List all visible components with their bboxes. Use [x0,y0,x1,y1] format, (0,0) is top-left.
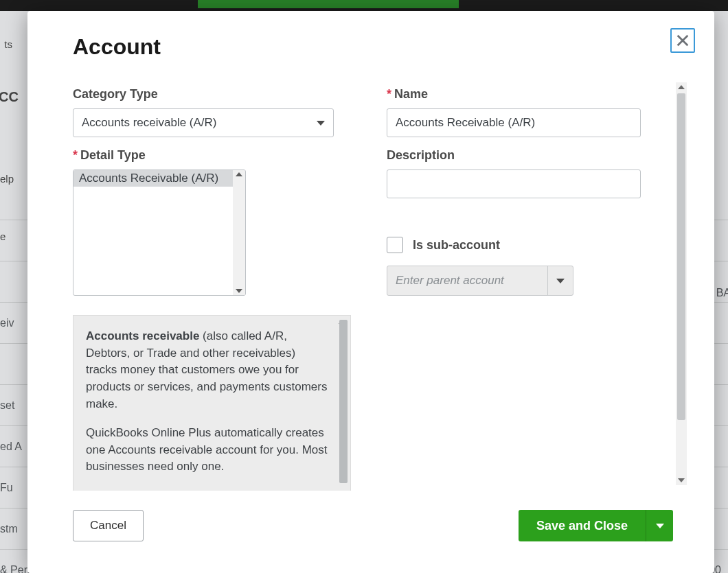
parent-account-dropdown-button[interactable] [547,266,573,295]
category-type-value: Accounts receivable (A/R) [82,116,217,130]
chevron-down-icon [656,524,664,528]
cancel-button[interactable]: Cancel [73,510,144,541]
name-label: Name [387,87,673,102]
sub-account-label: Is sub-account [413,238,500,253]
sub-account-checkbox[interactable] [387,237,403,253]
description-label: Description [387,148,673,163]
close-button[interactable] [670,28,695,53]
scroll-down-icon [678,478,685,482]
left-column: Category Type Accounts receivable (A/R) … [73,76,359,491]
scroll-up-icon [236,172,242,176]
modal-title: Account [73,34,161,60]
category-type-label: Category Type [73,87,359,102]
detail-type-listbox[interactable]: Accounts Receivable (A/R) [73,169,246,296]
close-icon [675,33,690,48]
chevron-down-icon [317,121,325,126]
modal-footer: Cancel Save and Close [73,510,673,541]
detail-type-help: Accounts receivable (also called A/R, De… [73,315,351,491]
parent-account-placeholder: Enter parent account [387,274,547,288]
scroll-thumb[interactable] [339,320,348,483]
save-and-close-button[interactable]: Save and Close [519,510,646,541]
scroll-down-icon [236,289,242,293]
save-dropdown-button[interactable] [646,510,673,541]
help-scrollbar[interactable] [337,320,348,490]
description-input[interactable] [387,169,641,198]
scroll-thumb[interactable] [677,93,685,420]
chevron-down-icon [556,279,565,283]
detail-type-label: Detail Type [73,148,359,163]
account-modal: Account Category Type Accounts receivabl… [27,11,714,573]
listbox-scrollbar[interactable] [233,170,245,295]
detail-type-option[interactable]: Accounts Receivable (A/R) [73,170,245,187]
parent-account-select[interactable]: Enter parent account [387,266,573,296]
category-type-select[interactable]: Accounts receivable (A/R) [73,108,334,137]
right-column: Name Description Is sub-account Enter pa… [387,76,673,491]
name-input[interactable] [387,108,641,137]
modal-body-scrollbar[interactable] [676,82,687,485]
scroll-up-icon [678,85,685,89]
